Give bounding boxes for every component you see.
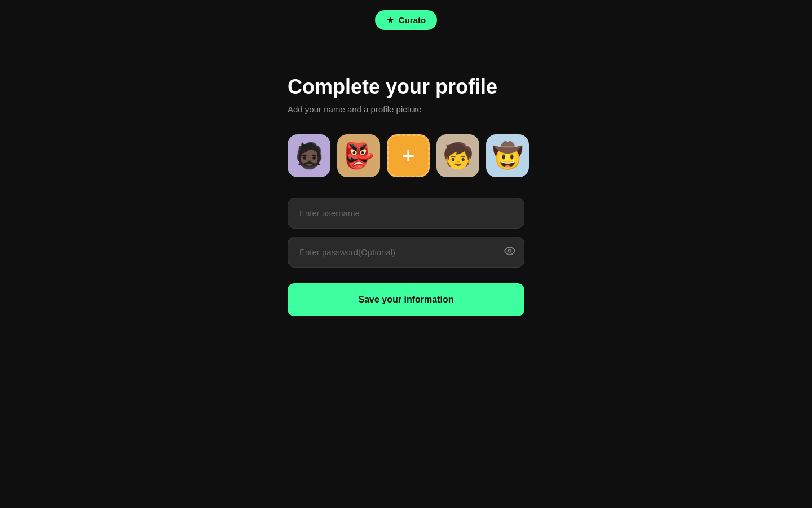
avatar-emoji-1: 🧔🏿 [294,141,325,170]
main-container: Complete your profile Add your name and … [288,75,524,316]
avatar-option-5[interactable]: 🤠 [486,134,529,177]
form-inputs [288,198,524,268]
username-wrapper [288,198,524,229]
password-visibility-toggle[interactable] [504,245,515,259]
password-input[interactable] [288,237,524,268]
plus-icon: + [401,144,414,167]
avatar-row: 🧔🏿 👺 + 🧒 🤠 [288,134,529,177]
username-input[interactable] [288,198,524,229]
avatar-emoji-4: 🧒 [443,141,474,170]
avatar-emoji-2: 👺 [343,141,374,170]
page-subtitle: Add your name and a profile picture [288,104,422,114]
avatar-emoji-5: 🤠 [492,141,523,170]
avatar-option-2[interactable]: 👺 [337,134,380,177]
password-wrapper [288,237,524,268]
star-icon: ★ [386,15,394,25]
save-button[interactable]: Save your information [288,283,524,316]
add-avatar-button[interactable]: + [387,134,430,177]
svg-point-0 [509,249,511,252]
logo-badge[interactable]: ★ Curato [375,10,437,30]
avatar-option-1[interactable]: 🧔🏿 [288,134,330,177]
logo-text: Curato [399,15,426,25]
page-title: Complete your profile [288,75,497,99]
avatar-option-4[interactable]: 🧒 [436,134,479,177]
